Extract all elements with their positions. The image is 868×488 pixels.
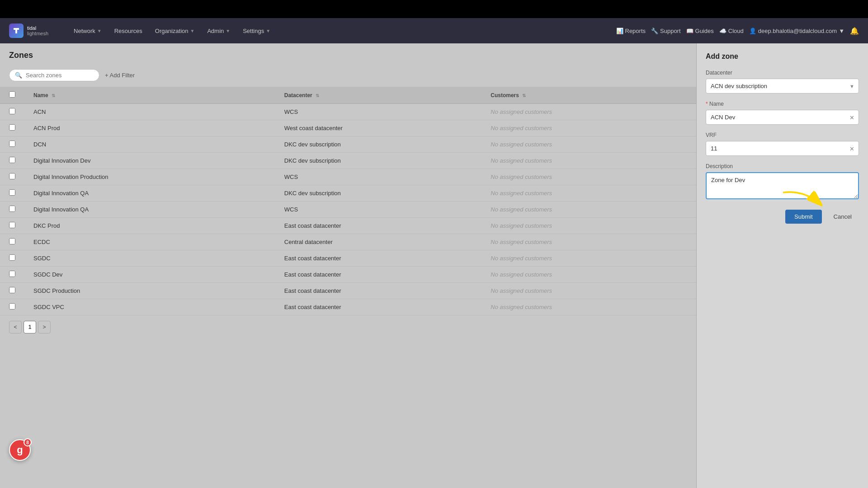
toolbar: 🔍 + Add Filter <box>0 66 696 87</box>
chevron-down-icon: ▼ <box>97 28 102 33</box>
vrf-input[interactable] <box>706 141 859 156</box>
header: tidal lightmesh Network ▼ Resources Orga… <box>0 18 868 43</box>
select-all-checkbox[interactable] <box>9 91 15 98</box>
row-checkbox[interactable] <box>9 124 15 131</box>
search-input[interactable] <box>26 72 89 79</box>
page-1-button[interactable]: 1 <box>24 321 36 333</box>
row-customers: No assigned customers <box>481 153 696 169</box>
cancel-button[interactable]: Cancel <box>826 210 859 224</box>
row-name[interactable]: Digital Innovation Dev <box>24 153 275 169</box>
row-datacenter: DKC dev subscription <box>275 136 482 153</box>
logo[interactable]: tidal lightmesh <box>9 23 48 38</box>
notification-bell-icon[interactable]: 🔔 <box>850 27 859 35</box>
next-page-button[interactable]: > <box>38 321 51 333</box>
row-checkbox-cell[interactable] <box>0 120 24 136</box>
prev-page-button[interactable]: < <box>9 321 22 333</box>
row-datacenter: East coast datacenter <box>275 299 482 315</box>
col-header-datacenter[interactable]: Datacenter ⇅ <box>275 87 482 104</box>
search-box[interactable]: 🔍 <box>9 69 99 81</box>
row-checkbox[interactable] <box>9 206 15 212</box>
row-checkbox[interactable] <box>9 108 15 114</box>
row-name[interactable]: ACN <box>24 104 275 120</box>
table-row: DKC Prod East coast datacenter No assign… <box>0 218 696 234</box>
nav-cloud[interactable]: ☁️ Cloud <box>719 28 744 34</box>
row-checkbox-cell[interactable] <box>0 202 24 218</box>
nav-support[interactable]: 🔧 Support <box>651 28 681 34</box>
main-container: Zones 🔍 + Add Filter Name ⇅ <box>0 43 868 488</box>
table-row: SGDC VPC East coast datacenter No assign… <box>0 299 696 315</box>
name-label: Name <box>706 101 859 107</box>
nav-resources[interactable]: Resources <box>109 25 148 37</box>
row-checkbox[interactable] <box>9 189 15 196</box>
row-customers: No assigned customers <box>481 120 696 136</box>
vrf-group: VRF ✕ <box>706 132 859 156</box>
datacenter-select[interactable]: ACN dev subscription <box>706 79 859 94</box>
page-header: Zones <box>0 43 696 66</box>
row-checkbox[interactable] <box>9 287 15 293</box>
row-name[interactable]: Digital Innovation Production <box>24 169 275 185</box>
row-checkbox[interactable] <box>9 141 15 147</box>
row-checkbox-cell[interactable] <box>0 136 24 153</box>
row-name[interactable]: ECDC <box>24 234 275 250</box>
row-datacenter: East coast datacenter <box>275 250 482 267</box>
row-name[interactable]: SGDC Dev <box>24 267 275 283</box>
logo-text: tidal lightmesh <box>27 25 48 36</box>
row-checkbox-cell[interactable] <box>0 218 24 234</box>
row-customers: No assigned customers <box>481 136 696 153</box>
row-customers: No assigned customers <box>481 202 696 218</box>
row-checkbox-cell[interactable] <box>0 234 24 250</box>
row-checkbox[interactable] <box>9 303 15 310</box>
nav-settings[interactable]: Settings ▼ <box>237 25 276 37</box>
nav-reports[interactable]: 📊 Reports <box>616 28 646 34</box>
row-checkbox-cell[interactable] <box>0 104 24 120</box>
row-checkbox-cell[interactable] <box>0 169 24 185</box>
sort-icon: ⇅ <box>52 93 55 98</box>
row-checkbox[interactable] <box>9 271 15 277</box>
col-header-customers[interactable]: Customers ⇅ <box>481 87 696 104</box>
row-name[interactable]: SGDC Production <box>24 283 275 299</box>
row-name[interactable]: ACN Prod <box>24 120 275 136</box>
nav-organization[interactable]: Organization ▼ <box>150 25 200 37</box>
nav-admin[interactable]: Admin ▼ <box>202 25 236 37</box>
row-name[interactable]: Digital Innovation QA <box>24 185 275 202</box>
row-datacenter: DKC dev subscription <box>275 185 482 202</box>
submit-button[interactable]: Submit <box>785 210 821 224</box>
row-checkbox[interactable] <box>9 222 15 228</box>
row-checkbox-cell[interactable] <box>0 153 24 169</box>
datacenter-label: Datacenter <box>706 70 859 76</box>
table-row: ACN WCS No assigned customers <box>0 104 696 120</box>
row-name[interactable]: DCN <box>24 136 275 153</box>
chat-widget[interactable]: g 8 <box>9 439 31 461</box>
row-name[interactable]: SGDC <box>24 250 275 267</box>
row-checkbox[interactable] <box>9 254 15 261</box>
row-name[interactable]: DKC Prod <box>24 218 275 234</box>
row-checkbox-cell[interactable] <box>0 250 24 267</box>
row-checkbox-cell[interactable] <box>0 267 24 283</box>
add-zone-panel: Add zone Datacenter ACN dev subscription… <box>696 43 868 488</box>
select-all-checkbox-header[interactable] <box>0 87 24 104</box>
row-checkbox-cell[interactable] <box>0 299 24 315</box>
pagination: < 1 > <box>0 315 696 339</box>
add-filter-button[interactable]: + Add Filter <box>105 72 135 79</box>
clear-icon[interactable]: ✕ <box>849 145 854 152</box>
logo-icon <box>9 23 24 38</box>
col-header-name[interactable]: Name ⇅ <box>24 87 275 104</box>
chevron-down-icon: ▼ <box>266 28 270 33</box>
row-checkbox[interactable] <box>9 157 15 163</box>
row-checkbox-cell[interactable] <box>0 185 24 202</box>
clear-icon[interactable]: ✕ <box>849 114 854 121</box>
name-input[interactable] <box>706 110 859 125</box>
description-group: Description Zone for Dev <box>706 163 859 201</box>
row-checkbox-cell[interactable] <box>0 283 24 299</box>
row-name[interactable]: SGDC VPC <box>24 299 275 315</box>
description-textarea[interactable]: Zone for Dev <box>706 172 859 199</box>
row-checkbox[interactable] <box>9 173 15 179</box>
nav-user[interactable]: 👤 deep.bhalotia@tidalcloud.com ▼ <box>749 28 844 34</box>
nav-network[interactable]: Network ▼ <box>68 25 107 37</box>
row-name[interactable]: Digital Innovation QA <box>24 202 275 218</box>
description-label: Description <box>706 163 859 169</box>
table-row: Digital Innovation Production WCS No ass… <box>0 169 696 185</box>
vrf-input-wrapper: ✕ <box>706 141 859 156</box>
row-checkbox[interactable] <box>9 238 15 244</box>
nav-guides[interactable]: 📖 Guides <box>686 28 714 34</box>
